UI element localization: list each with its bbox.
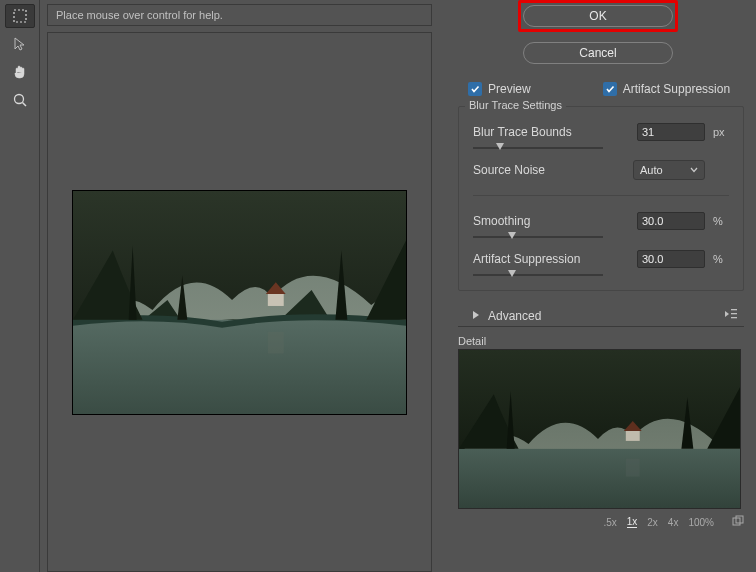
- check-icon: [605, 84, 615, 94]
- detail-title: Detail: [458, 335, 744, 347]
- svg-rect-5: [268, 292, 284, 306]
- source-noise-value: Auto: [640, 164, 663, 176]
- detail-section: Detail: [458, 335, 744, 509]
- smoothing-unit: %: [705, 215, 729, 227]
- svg-rect-13: [626, 459, 640, 477]
- blur-trace-bounds-unit: px: [705, 126, 729, 138]
- ok-button-highlight: OK: [518, 0, 678, 32]
- marquee-tool-button[interactable]: [5, 4, 35, 28]
- artifact-suppression-slider[interactable]: [473, 274, 603, 276]
- arrow-icon: [12, 36, 28, 52]
- undock-icon[interactable]: [732, 515, 744, 529]
- zoom-bar: .5x 1x 2x 4x 100%: [458, 515, 744, 529]
- artifact-suppression-label: Artifact Suppression: [473, 252, 637, 266]
- svg-rect-9: [731, 317, 737, 318]
- zoom-4x[interactable]: 4x: [668, 517, 679, 528]
- hand-tool-button[interactable]: [5, 60, 35, 84]
- cancel-button[interactable]: Cancel: [523, 42, 673, 64]
- svg-rect-4: [73, 319, 406, 413]
- help-text: Place mouse over control for help.: [56, 9, 223, 21]
- source-noise-select[interactable]: Auto: [633, 160, 705, 180]
- check-icon: [470, 84, 480, 94]
- zoom-1x[interactable]: 1x: [627, 516, 638, 528]
- blur-trace-bounds-label: Blur Trace Bounds: [473, 125, 637, 139]
- zoom-2x[interactable]: 2x: [647, 517, 658, 528]
- expand-arrow-icon: [472, 309, 480, 323]
- smoothing-label: Smoothing: [473, 214, 637, 228]
- blur-trace-bounds-input[interactable]: [637, 123, 705, 141]
- preview-checkbox[interactable]: [468, 82, 482, 96]
- arrow-tool-button[interactable]: [5, 32, 35, 56]
- hand-icon: [12, 64, 28, 80]
- right-panel: OK Cancel Preview Artifact Suppression B…: [440, 0, 756, 572]
- smoothing-slider[interactable]: [473, 236, 603, 238]
- separator: [473, 195, 729, 196]
- advanced-label: Advanced: [488, 309, 541, 323]
- detail-image[interactable]: [458, 349, 741, 509]
- zoom-icon: [12, 92, 28, 108]
- artifact-suppression-checkbox[interactable]: [603, 82, 617, 96]
- svg-rect-6: [268, 331, 284, 353]
- ok-button[interactable]: OK: [523, 5, 673, 27]
- svg-rect-7: [731, 309, 737, 310]
- svg-rect-8: [731, 313, 737, 314]
- svg-rect-11: [459, 449, 740, 508]
- artifact-suppression-unit: %: [705, 253, 729, 265]
- preview-image: [72, 190, 407, 415]
- svg-point-1: [14, 95, 23, 104]
- zoom-tool-button[interactable]: [5, 88, 35, 112]
- panel-menu-icon[interactable]: [724, 308, 738, 323]
- blur-trace-settings-section: Blur Trace Settings Blur Trace Bounds px…: [458, 106, 744, 291]
- left-toolbar: [0, 0, 40, 572]
- preview-checkbox-label: Preview: [488, 82, 531, 96]
- blur-trace-bounds-slider[interactable]: [473, 147, 603, 149]
- svg-rect-0: [14, 10, 26, 22]
- zoom-100[interactable]: 100%: [688, 517, 714, 528]
- advanced-row[interactable]: Advanced: [458, 305, 744, 327]
- source-noise-label: Source Noise: [473, 163, 633, 177]
- section-title: Blur Trace Settings: [465, 99, 566, 111]
- chevron-down-icon: [690, 167, 698, 173]
- zoom-05x[interactable]: .5x: [603, 517, 616, 528]
- svg-line-2: [22, 103, 26, 107]
- smoothing-input[interactable]: [637, 212, 705, 230]
- help-bar: Place mouse over control for help.: [47, 4, 432, 26]
- marquee-icon: [12, 8, 28, 24]
- artifact-suppression-checkbox-label: Artifact Suppression: [623, 82, 730, 96]
- preview-area[interactable]: [47, 32, 432, 572]
- artifact-suppression-input[interactable]: [637, 250, 705, 268]
